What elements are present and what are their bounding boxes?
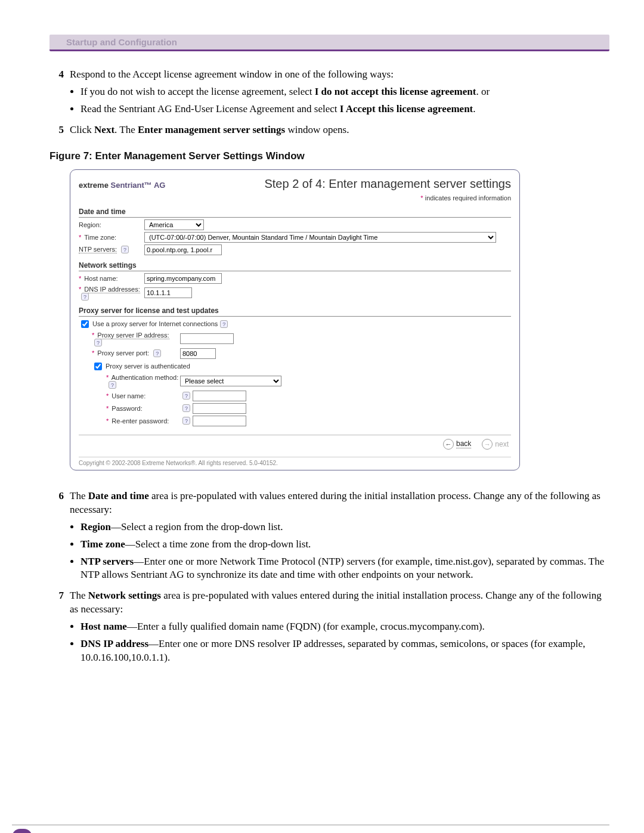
proxy-port-input[interactable] bbox=[180, 348, 216, 359]
row-hostname: * Host name: bbox=[79, 273, 511, 284]
figure-caption: Figure 7: Enter Management Server Settin… bbox=[49, 150, 609, 162]
step-4: 4 Respond to the Accept license agreemen… bbox=[49, 68, 609, 82]
back-button[interactable]: ← back bbox=[443, 439, 471, 450]
bullet: NTP servers—Enter one or more Network Ti… bbox=[80, 555, 609, 583]
step-number: 5 bbox=[49, 123, 70, 137]
bullet: Region—Select a region from the drop-dow… bbox=[80, 521, 609, 534]
bullet: Read the Sentriant AG End-User License A… bbox=[80, 103, 609, 116]
settings-window: extreme Sentriant™ AG Step 2 of 4: Enter… bbox=[70, 169, 520, 470]
row-ntp: NTP servers: ? bbox=[79, 244, 511, 255]
step-6-bullets: Region—Select a region from the drop-dow… bbox=[80, 521, 609, 583]
row-use-proxy: Use a proxy server for Internet connecti… bbox=[79, 318, 511, 330]
proxy-auth-checkbox[interactable] bbox=[94, 363, 102, 370]
row-username: * User name: ? bbox=[79, 391, 511, 401]
section-network: Network settings bbox=[79, 261, 511, 271]
page-number-badge: 24 bbox=[12, 829, 32, 833]
bullet: If you do not wish to accept the license… bbox=[80, 85, 609, 99]
chapter-header-bar: Startup and Configuration bbox=[49, 35, 609, 51]
repassword-input[interactable] bbox=[193, 416, 246, 426]
section-date-time: Date and time bbox=[79, 208, 511, 218]
help-icon[interactable]: ? bbox=[220, 320, 228, 328]
row-proxy-port: * Proxy server port: ? bbox=[79, 348, 511, 359]
help-icon[interactable]: ? bbox=[81, 293, 89, 301]
bullet: DNS IP address—Enter one or more DNS res… bbox=[80, 637, 609, 665]
auth-method-select[interactable]: Please select bbox=[180, 376, 281, 386]
ntp-input[interactable] bbox=[144, 244, 222, 255]
wizard-nav: ← back → next bbox=[79, 435, 511, 454]
dns-input[interactable] bbox=[144, 287, 192, 298]
row-region: Region: America bbox=[79, 219, 511, 230]
row-auth-method: * Authentication method: ? Please select bbox=[79, 374, 511, 389]
help-icon[interactable]: ? bbox=[182, 417, 190, 425]
step-number: 4 bbox=[49, 68, 70, 82]
proxy-ip-input[interactable] bbox=[180, 333, 234, 344]
next-button[interactable]: → next bbox=[482, 439, 509, 450]
help-icon[interactable]: ? bbox=[182, 392, 190, 400]
arrow-right-icon: → bbox=[482, 439, 493, 450]
row-proxy-auth: Proxy server is authenticated bbox=[79, 361, 511, 372]
page-content: 4 Respond to the Accept license agreemen… bbox=[49, 68, 609, 665]
row-repassword: * Re-enter password: ? bbox=[79, 416, 511, 426]
bullet: Time zone—Select a time zone from the dr… bbox=[80, 538, 609, 552]
section-proxy: Proxy server for license and test update… bbox=[79, 306, 511, 317]
bullet: Host name—Enter a fully qualified domain… bbox=[80, 620, 609, 634]
page-footer: 24 Sentriant AG200 Hardware Installation… bbox=[12, 825, 609, 833]
hostname-input[interactable] bbox=[144, 273, 222, 284]
window-header: extreme Sentriant™ AG Step 2 of 4: Enter… bbox=[79, 177, 511, 191]
step-text: Respond to the Accept license agreement … bbox=[70, 68, 609, 82]
row-proxy-ip: * Proxy server IP address: ? bbox=[79, 332, 511, 346]
step-text: The Network settings area is pre-populat… bbox=[70, 589, 609, 617]
row-password: * Password: ? bbox=[79, 403, 511, 414]
timezone-select[interactable]: (UTC-07:00/-07:00) Denver, Mountain Stan… bbox=[144, 232, 496, 243]
username-input[interactable] bbox=[193, 391, 246, 401]
step-4-bullets: If you do not wish to accept the license… bbox=[80, 85, 609, 116]
step-text: Click Next. The Enter management server … bbox=[70, 123, 609, 137]
step-7: 7 The Network settings area is pre-popul… bbox=[49, 589, 609, 617]
help-icon[interactable]: ? bbox=[94, 339, 102, 346]
step-7-bullets: Host name—Enter a fully qualified domain… bbox=[80, 620, 609, 665]
step-number: 6 bbox=[49, 490, 70, 517]
row-dns: * DNS IP addresses: ? bbox=[79, 286, 511, 301]
password-input[interactable] bbox=[193, 403, 246, 414]
help-icon[interactable]: ? bbox=[109, 381, 116, 389]
required-note: * indicates required information bbox=[79, 194, 511, 202]
region-select[interactable]: America bbox=[144, 219, 204, 230]
step-text: The Date and time area is pre-populated … bbox=[70, 490, 609, 517]
window-title: Step 2 of 4: Enter management server set… bbox=[264, 177, 511, 191]
window-copyright: Copyright © 2002-2008 Extreme Networks®.… bbox=[79, 457, 511, 466]
step-5: 5 Click Next. The Enter management serve… bbox=[49, 123, 609, 137]
help-icon[interactable]: ? bbox=[182, 404, 190, 412]
step-6: 6 The Date and time area is pre-populate… bbox=[49, 490, 609, 517]
chapter-title: Startup and Configuration bbox=[66, 37, 177, 47]
step-number: 7 bbox=[49, 589, 70, 617]
help-icon[interactable]: ? bbox=[153, 349, 161, 357]
row-timezone: * Time zone: (UTC-07:00/-07:00) Denver, … bbox=[79, 232, 511, 243]
help-icon[interactable]: ? bbox=[121, 246, 129, 253]
brand-logo: extreme Sentriant™ AG bbox=[79, 181, 165, 190]
arrow-left-icon: ← bbox=[443, 439, 454, 450]
use-proxy-checkbox[interactable] bbox=[81, 320, 89, 328]
